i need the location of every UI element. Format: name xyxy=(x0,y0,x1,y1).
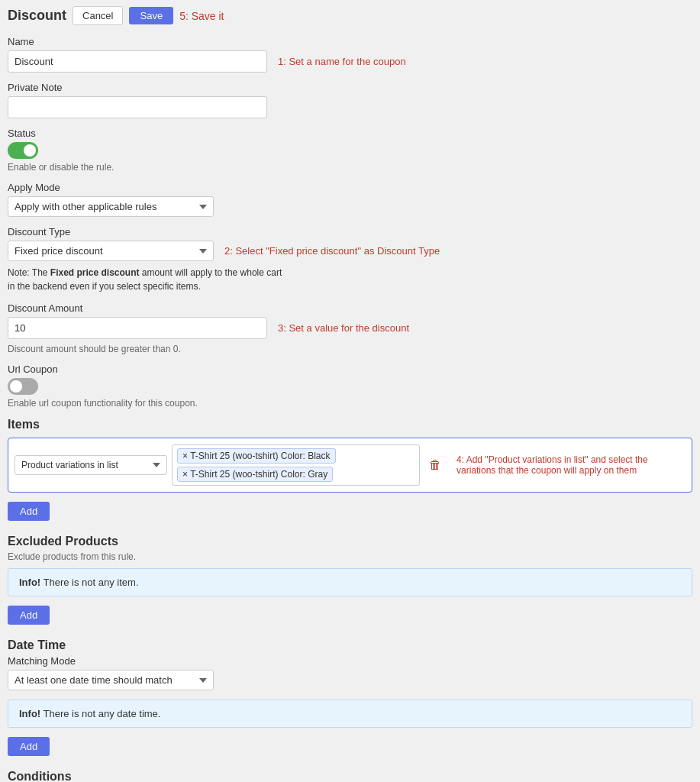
conditions-title: Conditions xyxy=(8,770,692,782)
tag-gray-label: × T-Shirt 25 (woo-tshirt) Color: Gray xyxy=(182,469,327,480)
discount-type-label: Discount Type xyxy=(8,226,692,238)
date-time-title: Date Time xyxy=(8,638,692,652)
items-annotation: 4: Add "Product variations in list" and … xyxy=(456,454,685,476)
discount-amount-field-group: Discount Amount 3: Set a value for the d… xyxy=(8,302,692,354)
tag-gray: × T-Shirt 25 (woo-tshirt) Color: Gray xyxy=(177,467,333,482)
tags-input-area[interactable]: × T-Shirt 25 (woo-tshirt) Color: Black ×… xyxy=(172,444,420,486)
item-type-select[interactable]: Product variations in list Product in li… xyxy=(15,455,167,475)
status-helper: Enable or disable the rule. xyxy=(8,162,692,173)
note-bold: Fixed price discount xyxy=(50,267,140,278)
date-time-info-label: Info! xyxy=(19,708,40,719)
apply-mode-label: Apply Mode xyxy=(8,182,692,193)
url-coupon-field-group: Url Coupon Enable url coupon functionali… xyxy=(8,364,692,409)
private-note-field-group: Private Note xyxy=(8,82,692,118)
excluded-products-info-box: Info! There is not any item. xyxy=(8,568,692,596)
private-note-label: Private Note xyxy=(8,82,692,93)
url-coupon-helper: Enable url coupon functionality for this… xyxy=(8,398,692,409)
discount-amount-label: Discount Amount xyxy=(8,302,692,314)
date-time-add-button[interactable]: Add xyxy=(8,737,50,756)
discount-amount-annotation: 3: Set a value for the discount xyxy=(278,322,409,334)
excluded-products-info-text: There is not any item. xyxy=(44,577,139,588)
tag-black: × T-Shirt 25 (woo-tshirt) Color: Black xyxy=(177,448,336,464)
apply-mode-select[interactable]: Apply with other applicable rules Apply … xyxy=(8,196,214,217)
discount-amount-helper: Discount amount should be greater than 0… xyxy=(8,344,692,354)
discount-amount-row: 3: Set a value for the discount xyxy=(8,317,692,339)
excluded-products-section: Excluded Products Exclude products from … xyxy=(8,535,692,625)
discount-amount-input[interactable] xyxy=(8,317,267,339)
status-toggle-wrapper xyxy=(8,142,692,159)
url-coupon-toggle[interactable] xyxy=(8,378,38,395)
private-note-input[interactable] xyxy=(8,96,267,118)
item-delete-icon[interactable]: 🗑 xyxy=(424,457,446,473)
discount-type-select[interactable]: Fixed price discount Percentage discount… xyxy=(8,241,214,261)
name-input[interactable] xyxy=(8,50,267,73)
name-label: Name xyxy=(8,36,692,47)
status-field-group: Status Enable or disable the rule. xyxy=(8,128,692,173)
status-toggle[interactable] xyxy=(8,142,38,159)
name-row: 1: Set a name for the coupon xyxy=(8,50,692,73)
excluded-products-add-button[interactable]: Add xyxy=(8,606,50,625)
date-time-info-text: There is not any date time. xyxy=(44,708,161,719)
discount-type-annotation: 2: Select "Fixed price discount" as Disc… xyxy=(224,245,440,257)
date-time-section: Date Time Matching Mode At least one dat… xyxy=(8,638,692,756)
name-annotation: 1: Set a name for the coupon xyxy=(278,56,406,67)
cancel-button[interactable]: Cancel xyxy=(73,6,123,25)
save-annotation: 5: Save it xyxy=(179,10,224,22)
excluded-products-title: Excluded Products xyxy=(8,535,692,548)
item-row: Product variations in list Product in li… xyxy=(8,438,692,493)
apply-mode-field-group: Apply Mode Apply with other applicable r… xyxy=(8,182,692,217)
url-coupon-label: Url Coupon xyxy=(8,364,692,375)
page-title: Discount xyxy=(8,8,66,24)
tag-black-label: × T-Shirt 25 (woo-tshirt) Color: Black xyxy=(182,451,331,461)
items-add-button[interactable]: Add xyxy=(8,502,50,521)
url-coupon-toggle-wrapper xyxy=(8,378,692,395)
page-wrapper: Discount Cancel Save 5: Save it Name 1: … xyxy=(0,0,700,782)
date-time-info-box: Info! There is not any date time. xyxy=(8,700,692,728)
discount-type-note: Note: The Fixed price discount amount wi… xyxy=(8,266,282,293)
status-label: Status xyxy=(8,128,692,139)
date-time-matching-label: Matching Mode xyxy=(8,655,692,667)
note-prefix: Note: The xyxy=(8,267,50,278)
name-field-group: Name 1: Set a name for the coupon xyxy=(8,36,692,73)
top-bar: Discount Cancel Save 5: Save it xyxy=(8,6,692,25)
discount-type-row: Fixed price discount Percentage discount… xyxy=(8,241,692,261)
excluded-products-info-label: Info! xyxy=(19,577,40,588)
excluded-products-subtitle: Exclude products from this rule. xyxy=(8,551,692,562)
date-time-matching-mode-group: Matching Mode At least one date time sho… xyxy=(8,655,692,690)
items-section: Items Product variations in list Product… xyxy=(8,418,692,521)
date-time-matching-select[interactable]: At least one date time should match All … xyxy=(8,670,214,690)
save-button[interactable]: Save xyxy=(129,7,173,24)
items-section-title: Items xyxy=(8,418,692,431)
conditions-section: Conditions Matching Mode All conditions … xyxy=(8,770,692,782)
discount-type-field-group: Discount Type Fixed price discount Perce… xyxy=(8,226,692,293)
